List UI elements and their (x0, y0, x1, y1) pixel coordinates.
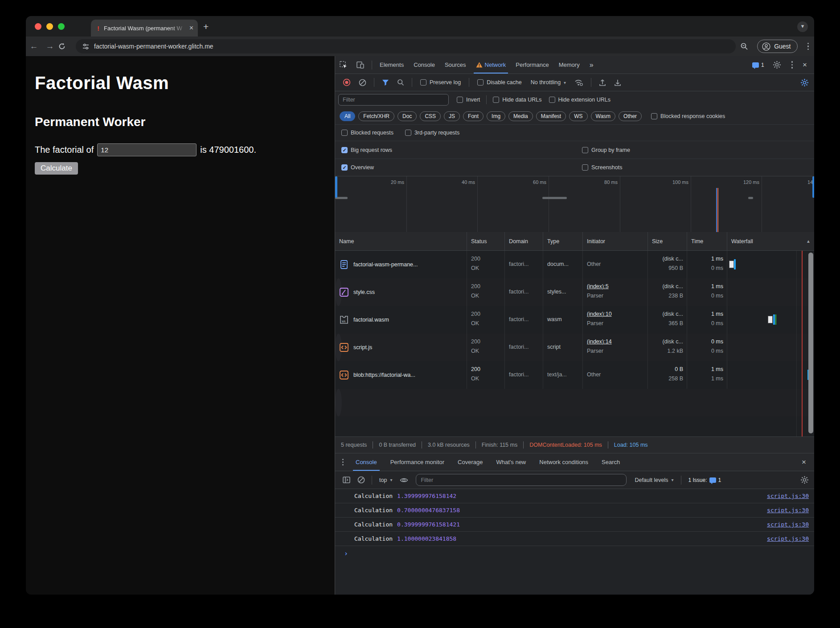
col-initiator[interactable]: Initiator (583, 232, 648, 250)
network-overview-timeline[interactable]: 20 ms 40 ms 60 ms 80 ms 100 ms 120 ms 14 (335, 176, 814, 232)
tab-close-icon[interactable]: × (189, 24, 193, 32)
chip-wasm[interactable]: Wasm (591, 111, 616, 121)
inspect-element-icon[interactable] (335, 61, 352, 69)
overview-checkbox[interactable]: ✓Overview (338, 164, 377, 171)
chip-ws[interactable]: WS (569, 111, 587, 121)
blocked-requests-checkbox[interactable]: Blocked requests (338, 130, 397, 136)
group-by-frame-checkbox[interactable]: Group by frame (578, 147, 634, 153)
tab-network[interactable]: Network (471, 56, 511, 73)
chip-all[interactable]: All (340, 111, 355, 121)
tab-sources[interactable]: Sources (440, 56, 471, 73)
chip-font[interactable]: Font (463, 111, 484, 121)
hide-extension-urls-checkbox[interactable]: Hide extension URLs (545, 97, 614, 103)
tab-memory[interactable]: Memory (554, 56, 585, 73)
back-button[interactable]: ← (26, 41, 42, 51)
issues-counter[interactable]: 1 (749, 62, 768, 68)
drawer-menu-icon[interactable] (335, 459, 349, 465)
import-har-icon[interactable] (596, 79, 609, 86)
col-time[interactable]: Time (687, 232, 727, 250)
timeline-left-handle[interactable] (335, 176, 337, 198)
devtools-menu-icon[interactable] (786, 61, 799, 69)
console-filter-input[interactable] (416, 474, 627, 486)
requests-table-header[interactable]: Name Status Domain Type Initiator Size T… (335, 232, 814, 251)
window-controls[interactable] (35, 23, 65, 30)
drawer-tab-network-conditions[interactable]: Network conditions (533, 453, 595, 471)
minimize-window-button[interactable] (46, 23, 53, 30)
drawer-tab-coverage[interactable]: Coverage (451, 453, 489, 471)
maximize-window-button[interactable] (58, 23, 65, 30)
chip-js[interactable]: JS (444, 111, 460, 121)
chip-media[interactable]: Media (508, 111, 533, 121)
source-link[interactable]: script.js:30 (767, 493, 809, 499)
drawer-tab-whats-new[interactable]: What's new (489, 453, 533, 471)
console-message[interactable]: Calculation1.100000023841858 script.js:3… (335, 532, 814, 546)
preserve-log-checkbox[interactable]: Preserve log (417, 79, 464, 86)
search-icon[interactable] (394, 79, 407, 86)
chip-doc[interactable]: Doc (397, 111, 417, 121)
invert-checkbox[interactable]: Invert (453, 97, 484, 103)
blocked-response-cookies-checkbox[interactable]: Blocked response cookies (647, 113, 729, 119)
request-row[interactable]: factorial-wasm-permane... 200OK factori.… (335, 251, 814, 278)
console-issues-counter[interactable]: 1 Issue:1 (685, 477, 725, 483)
chip-fetch-xhr[interactable]: Fetch/XHR (358, 111, 394, 121)
request-row[interactable]: style.css 200OK factori... styles... (in… (335, 278, 342, 306)
clear-console-icon[interactable] (354, 476, 368, 484)
disable-cache-checkbox[interactable]: Disable cache (474, 79, 525, 86)
tab-search-button[interactable]: ▾ (797, 21, 808, 32)
console-sidebar-icon[interactable] (340, 477, 353, 483)
calculate-button[interactable]: Calculate (35, 162, 78, 175)
col-waterfall[interactable]: Waterfall▲ (727, 232, 814, 250)
screenshots-checkbox[interactable]: Screenshots (578, 164, 626, 171)
console-message[interactable]: Calculation0.3999999761581421 script.js:… (335, 518, 814, 532)
drawer-tab-performance-monitor[interactable]: Performance monitor (384, 453, 451, 471)
browser-tab[interactable]: ! Factorial Wasm (permanent W × (91, 20, 198, 37)
settings-gear-icon[interactable] (769, 61, 785, 69)
source-link[interactable]: script.js:30 (767, 521, 809, 528)
tab-performance[interactable]: Performance (511, 56, 553, 73)
factorial-input[interactable] (97, 143, 197, 156)
network-settings-gear-icon[interactable] (800, 78, 814, 87)
clear-network-log-icon[interactable] (356, 79, 369, 86)
chip-img[interactable]: Img (487, 111, 505, 121)
forward-button[interactable]: → (42, 41, 58, 51)
request-row[interactable]: blob:https://factorial-wa... 200OK facto… (335, 361, 814, 389)
record-network-log-icon[interactable] (340, 78, 354, 86)
initiator-link[interactable]: (index):5 (587, 282, 647, 291)
chip-css[interactable]: CSS (420, 111, 441, 121)
network-filter-input[interactable] (338, 94, 449, 106)
col-status[interactable]: Status (467, 232, 505, 250)
reload-button[interactable] (58, 42, 74, 50)
request-row[interactable]: script.js 200OK factori... script (index… (335, 334, 342, 361)
col-size[interactable]: Size (648, 232, 687, 250)
throttling-dropdown[interactable]: No throttling▾ (527, 79, 570, 86)
col-type[interactable]: Type (543, 232, 583, 250)
initiator-link[interactable]: (index):10 (587, 310, 647, 319)
drawer-tab-search[interactable]: Search (595, 453, 627, 471)
devtools-close-icon[interactable]: × (799, 61, 811, 69)
console-prompt-icon[interactable]: › (335, 546, 814, 558)
table-scrollbar[interactable] (808, 253, 813, 433)
third-party-requests-checkbox[interactable]: 3rd-party requests (402, 130, 463, 136)
execution-context-dropdown[interactable]: top▾ (376, 477, 396, 483)
chip-other[interactable]: Other (619, 111, 642, 121)
url-text[interactable]: factorial-wasm-permanent-worker.glitch.m… (94, 43, 213, 50)
network-conditions-icon[interactable] (571, 79, 586, 86)
profile-button[interactable]: Guest (757, 40, 797, 53)
source-link[interactable]: script.js:30 (767, 507, 809, 514)
initiator-link[interactable]: (index):14 (587, 337, 647, 347)
live-expression-eye-icon[interactable] (397, 477, 411, 483)
log-levels-dropdown[interactable]: Default levels▾ (631, 477, 677, 483)
drawer-tab-console[interactable]: Console (349, 453, 384, 471)
console-message[interactable]: Calculation1.399999976158142 script.js:3… (335, 489, 814, 503)
new-tab-button[interactable]: + (203, 21, 209, 32)
big-request-rows-checkbox[interactable]: ✓Big request rows (338, 147, 396, 153)
browser-menu-button[interactable] (802, 43, 815, 50)
close-window-button[interactable] (35, 23, 41, 30)
source-link[interactable]: script.js:30 (767, 535, 809, 542)
timeline-right-handle[interactable] (812, 176, 814, 198)
filter-icon[interactable] (379, 79, 392, 86)
more-tabs-icon[interactable]: » (585, 56, 598, 73)
col-domain[interactable]: Domain (505, 232, 543, 250)
tab-elements[interactable]: Elements (375, 56, 409, 73)
site-settings-icon[interactable] (82, 43, 90, 50)
